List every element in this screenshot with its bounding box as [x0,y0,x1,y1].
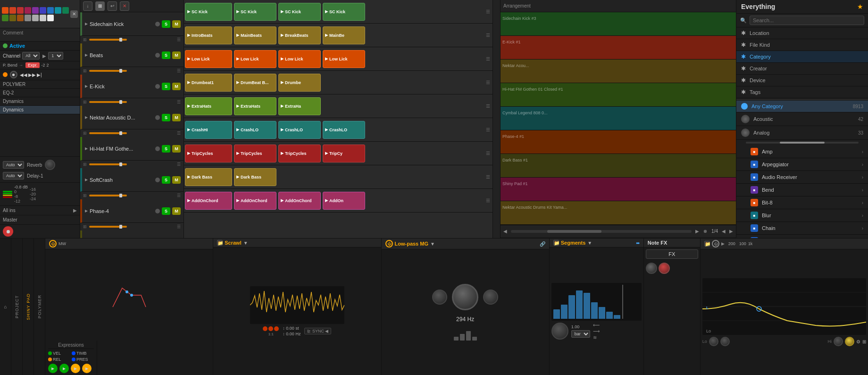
clip-8-0[interactable]: AddOnChord [185,192,232,210]
bar4[interactable] [576,290,583,319]
wf-btn2[interactable] [268,326,273,331]
clip-8-2[interactable]: AddOnChord [278,192,321,210]
color-swatch[interactable] [17,15,24,21]
seg-arrow3[interactable]: ≋ [593,335,600,340]
auto-select2[interactable]: Auto [3,172,24,179]
clip-row-menu-1[interactable]: ☰ [483,24,492,47]
close-button[interactable]: ✕ [70,10,78,18]
track-play-0[interactable]: ▶ [85,22,88,26]
track-menu-6[interactable]: ☰ [177,224,181,229]
clip-row-menu-2[interactable]: ☰ [483,47,492,70]
track-menu-3[interactable]: ☰ [177,131,181,136]
instrument-dynamics[interactable]: Dynamics [0,97,80,106]
track-m-0[interactable]: M [172,20,181,28]
play-green-btn2[interactable]: ▶ [59,364,69,373]
browser-filter-category[interactable]: ✱ Category [736,51,868,63]
seg-arrow2[interactable]: ⟶ [593,329,600,334]
reverb-knob[interactable] [45,160,55,170]
bar9[interactable] [614,315,620,319]
play-orange-btn[interactable]: ▶ [71,364,80,373]
bar1[interactable] [553,309,560,319]
device-bit8[interactable]: ■ Bit-8 › [736,196,868,209]
eq-settings[interactable]: ⚙ [856,339,860,344]
nav-fwd[interactable]: ▶▶ [28,72,36,77]
browser-filter-creator[interactable]: ✱ Creator [736,63,868,75]
track-fader-4[interactable] [89,163,127,165]
eq-folder[interactable]: 📁 [704,241,710,247]
track-fader-3[interactable] [89,132,127,134]
track-play-3[interactable]: ▶ [85,115,88,119]
home-icon[interactable]: ⌂ [4,304,7,309]
track-menu-2[interactable]: ☰ [177,100,181,104]
clip-2-3[interactable]: Low Lick [323,50,365,68]
browser-filter-device[interactable]: ✱ Device [736,75,868,86]
device-chain[interactable]: ■ Chain › [736,222,868,235]
arr-fwd-btn[interactable]: ▶ [695,229,699,234]
play-orange-btn2[interactable]: ▶ [82,364,92,373]
star-icon[interactable]: ★ [857,3,863,10]
track-menu-5[interactable]: ☰ [177,193,181,198]
eq-knob1[interactable] [709,337,718,346]
tool-2[interactable]: ⊞ [95,1,105,11]
tool-4[interactable]: ✕ [120,1,129,11]
synth-power[interactable]: ⏻ [49,240,57,247]
device-arpeggiator[interactable]: ■ Arpeggiator › [736,158,868,171]
sync-button[interactable]: ⊵ SYNC ◀ [304,328,331,334]
track-s-4[interactable]: S [162,145,170,153]
eq-knob4[interactable] [845,337,854,346]
bar8[interactable] [606,312,613,319]
track-s-3[interactable]: S [162,114,170,121]
bar7[interactable] [599,307,605,319]
bar-select[interactable]: bar [571,330,590,338]
clip-3-1[interactable]: DrumBeat B... [234,74,276,92]
track-menu-1[interactable]: ☰ [177,68,181,73]
filter-expand[interactable]: ▼ [430,241,435,247]
rec-button[interactable]: ⏺ [3,226,13,237]
clip-row-menu-5[interactable]: ☰ [483,118,492,141]
clip-7-0[interactable]: Dark Bass [185,168,232,186]
clip-7-1[interactable]: Dark Bass [234,168,276,186]
clip-2-2[interactable]: Low Lick [278,50,321,68]
filter-main-knob[interactable] [452,284,478,310]
clip-1-0[interactable]: IntroBeats [185,26,232,44]
clip-1-1[interactable]: MainBeats [234,26,276,44]
instrument-dynamics2[interactable]: Dynamics [0,106,80,114]
device-channel-filter[interactable]: ■ Channel Filter › [736,235,868,238]
track-s-2[interactable]: S [162,83,170,90]
clip-6-2[interactable]: TripCycles [278,145,321,162]
track-menu-0[interactable]: ☰ [177,37,181,42]
clip-4-0[interactable]: ExtraHats [185,97,232,115]
color-swatch[interactable] [32,7,39,14]
clip-4-2[interactable]: ExtraHa [278,97,321,115]
clip-1-3[interactable]: MainBe [323,26,365,44]
device-audio-receiver[interactable]: ■ Audio Receiver › [736,171,868,184]
segments-knob[interactable] [551,323,568,340]
track-fader-2[interactable] [89,101,127,103]
track-m-5[interactable]: M [172,176,181,184]
track-fader-6[interactable] [89,226,127,228]
clip-row-menu-6[interactable]: ☰ [483,142,492,165]
track-play-5[interactable]: ▶ [85,178,88,182]
track-s-0[interactable]: S [162,20,170,28]
filter-knob2[interactable] [483,290,498,305]
clip-3-2[interactable]: Drumbe [278,74,321,92]
arr-nav-fwd[interactable]: ▶ [729,229,733,234]
color-swatch[interactable] [2,7,8,14]
clip-6-0[interactable]: TripCycles [185,145,232,162]
track-menu-4[interactable]: ☰ [177,162,181,167]
arr-play-btn[interactable]: ◀ [503,229,507,234]
track-fader-0[interactable] [89,39,127,41]
clip-row-menu-0[interactable]: ☰ [483,0,492,23]
eq-knob3[interactable] [834,337,843,346]
track-play-1[interactable]: ▶ [85,53,88,57]
instrument-eq2[interactable]: EQ-2 [0,89,80,97]
segments-link[interactable]: ⬌ [636,240,640,246]
channel-num-select[interactable]: 1 [48,52,63,60]
color-swatch[interactable] [17,7,24,14]
track-play-2[interactable]: ▶ [85,84,88,88]
device-amp[interactable]: ■ Amp › [736,145,868,158]
device-blur[interactable]: ■ Blur › [736,209,868,222]
color-swatch[interactable] [2,15,8,21]
clip-5-3[interactable]: CrashLO [323,121,365,139]
seg-arrow1[interactable]: ⟵ [593,323,600,328]
